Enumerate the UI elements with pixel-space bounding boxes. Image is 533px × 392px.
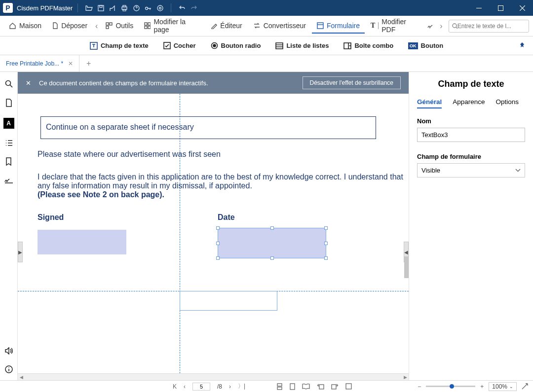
search-tool-icon[interactable] xyxy=(5,80,13,88)
document-area: ✕ Ce document contient des champs de for… xyxy=(18,72,409,380)
svg-rect-14 xyxy=(145,23,147,25)
tool-textfield[interactable]: Champ de texte xyxy=(90,42,149,50)
select-visibility[interactable]: Visible xyxy=(417,163,525,178)
menu-editor[interactable]: Éditeur xyxy=(206,19,247,34)
page-icon[interactable] xyxy=(5,99,12,107)
svg-rect-12 xyxy=(110,23,112,25)
h-scrollbar[interactable]: ◀ ▶ xyxy=(18,373,409,380)
menu-tools[interactable]: Outils xyxy=(101,19,138,34)
svg-rect-24 xyxy=(276,43,283,49)
menubar: Maison Déposer ‹ Outils Modifier la page… xyxy=(0,16,533,36)
share-icon[interactable] xyxy=(107,5,118,11)
bookmark-icon[interactable] xyxy=(5,157,12,166)
sound-icon[interactable] xyxy=(4,347,13,355)
list-icon[interactable] xyxy=(5,140,13,146)
view-rotate-right-icon[interactable] xyxy=(331,383,339,390)
view-read-icon[interactable] xyxy=(302,383,310,390)
svg-rect-9 xyxy=(476,8,482,8)
svg-rect-3 xyxy=(123,5,126,7)
properties-panel: Champ de texte Général Apparence Options… xyxy=(409,72,533,380)
first-page-icon[interactable]: K xyxy=(173,383,177,390)
last-page-icon[interactable]: 〉| xyxy=(238,382,245,391)
menu-editpage[interactable]: Modifier la page xyxy=(139,15,205,37)
form-toolbar: Champ de texte Cocher Bouton radio Liste… xyxy=(0,36,533,55)
tab-close-icon[interactable]: ✕ xyxy=(68,60,73,67)
new-tab-button[interactable]: + xyxy=(79,55,98,71)
menu-editpdf[interactable]: TModifier PDF xyxy=(366,15,424,37)
menu-form[interactable]: Formulaire xyxy=(312,19,365,34)
document-tab[interactable]: Free Printable Job... * ✕ xyxy=(0,55,79,71)
undo-icon[interactable] xyxy=(176,5,188,11)
panel-tab-general[interactable]: Général xyxy=(417,98,442,108)
view-continuous-icon[interactable] xyxy=(276,383,283,390)
fit-icon[interactable] xyxy=(522,383,528,390)
svg-rect-30 xyxy=(290,384,295,390)
page-input[interactable] xyxy=(192,383,210,391)
zoom-out-icon[interactable]: − xyxy=(418,383,421,390)
svg-rect-31 xyxy=(319,385,324,389)
help-icon[interactable] xyxy=(130,5,142,11)
menu-converter[interactable]: Convertisseur xyxy=(248,19,311,34)
zoom-value[interactable]: 100%⌄ xyxy=(489,382,517,391)
banner-action-button[interactable]: Désactiver l'effet de surbrillance xyxy=(303,76,401,89)
tool-radio[interactable]: Bouton radio xyxy=(211,42,261,49)
signed-field[interactable] xyxy=(38,230,126,254)
settings-icon[interactable] xyxy=(154,5,166,11)
svg-rect-18 xyxy=(317,23,323,29)
menu-home[interactable]: Maison xyxy=(4,19,46,34)
expand-left-handle[interactable]: ▶ xyxy=(18,242,23,262)
zoom-slider[interactable] xyxy=(426,386,475,387)
minimize-button[interactable] xyxy=(468,0,490,16)
print-icon[interactable] xyxy=(118,5,130,11)
scroll-right-icon[interactable]: ▶ xyxy=(402,374,409,381)
footer-field[interactable] xyxy=(180,291,277,311)
chevron-left-icon[interactable]: ‹ xyxy=(93,22,100,31)
key-icon[interactable] xyxy=(142,5,154,11)
close-button[interactable] xyxy=(511,0,533,16)
view-single-icon[interactable] xyxy=(290,383,295,390)
save-icon[interactable] xyxy=(95,5,107,11)
date-field-selected[interactable] xyxy=(218,228,326,258)
signature-icon[interactable] xyxy=(4,177,13,183)
scroll-left-icon[interactable]: ◀ xyxy=(18,374,25,381)
svg-rect-4 xyxy=(123,9,126,11)
canvas[interactable]: ▶ ◀ Continue on a separate sheet if nece… xyxy=(18,94,409,373)
next-page-icon[interactable]: › xyxy=(229,383,231,390)
svg-rect-16 xyxy=(145,26,147,29)
view-rotate-left-icon[interactable] xyxy=(317,383,324,390)
prev-page-icon[interactable]: ‹ xyxy=(184,383,186,390)
left-rail: A xyxy=(0,72,18,380)
svg-rect-15 xyxy=(148,23,151,25)
svg-point-6 xyxy=(146,7,148,9)
tool-listbox[interactable]: Liste de listes xyxy=(275,42,329,49)
maximize-button[interactable] xyxy=(490,0,511,16)
banner-close-icon[interactable]: ✕ xyxy=(26,79,31,87)
svg-point-19 xyxy=(453,24,457,28)
form-note-box: Continue on a separate sheet if necessar… xyxy=(40,116,376,139)
menu-file[interactable]: Déposer xyxy=(47,19,92,34)
search-box[interactable] xyxy=(449,20,529,33)
search-input[interactable] xyxy=(457,23,526,30)
text-tool-icon[interactable]: A xyxy=(3,118,14,129)
tool-button[interactable]: OKBouton xyxy=(408,42,443,49)
menu-sign[interactable] xyxy=(425,19,437,33)
panel-tab-options[interactable]: Options xyxy=(496,98,519,108)
statusbar: K ‹ /8 › 〉| − + 100%⌄ xyxy=(0,380,533,392)
tool-check[interactable]: Cocher xyxy=(163,42,196,49)
label-signed: Signed xyxy=(38,213,218,222)
view-fullscreen-icon[interactable] xyxy=(345,383,352,390)
zoom-in-icon[interactable]: + xyxy=(480,383,484,390)
open-icon[interactable] xyxy=(83,5,95,11)
chevron-right-icon[interactable]: › xyxy=(438,22,444,31)
pin-icon[interactable] xyxy=(519,42,526,50)
svg-rect-11 xyxy=(106,23,109,25)
svg-rect-28 xyxy=(277,384,282,386)
tool-combo[interactable]: Boîte combo xyxy=(343,42,393,49)
page-total: /8 xyxy=(217,383,222,390)
panel-tab-appearance[interactable]: Apparence xyxy=(453,98,485,108)
v-scrollbar-thumb[interactable] xyxy=(404,256,409,278)
input-name[interactable] xyxy=(417,128,525,142)
tabbar: Free Printable Job... * ✕ + xyxy=(0,55,533,72)
info-icon[interactable] xyxy=(5,365,13,373)
redo-icon[interactable] xyxy=(188,5,200,11)
